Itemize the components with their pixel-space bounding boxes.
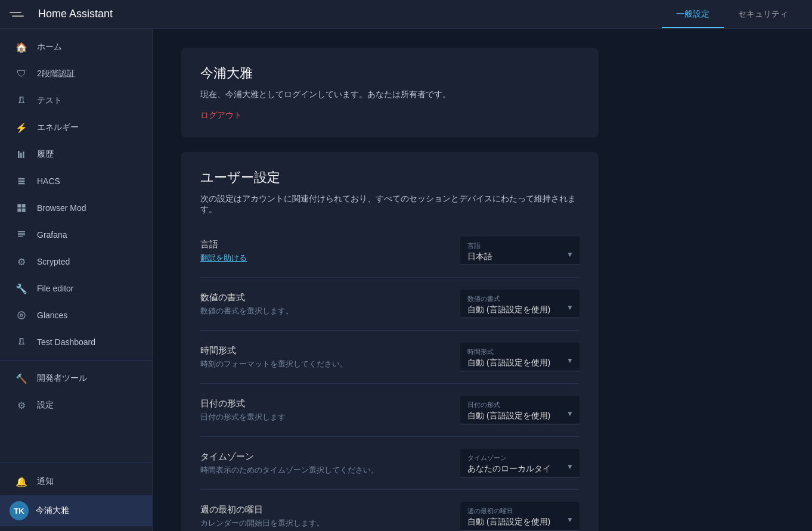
select-value: 自動 (言語設定を使用) [467,305,572,315]
setting-row-first-weekday: 週の最初の曜日 カレンダーの開始日を選択します。 週の最初の曜日 自動 (言語設… [200,490,579,531]
number-format-select[interactable]: 数値の書式 自動 (言語設定を使用) ▼ [460,290,579,318]
energy-icon: ⚡ [14,120,29,135]
browser-mod-icon [14,201,29,215]
chevron-down-icon: ▼ [566,250,574,259]
svg-point-7 [18,312,25,319]
setting-desc-language: 翻訳を助ける [200,253,446,263]
setting-label-first-weekday: 週の最初の曜日 [200,504,446,516]
sidebar-item-home[interactable]: 🏠 ホーム [5,34,147,60]
setting-control-number-format[interactable]: 数値の書式 自動 (言語設定を使用) ▼ [460,290,579,318]
test-icon [14,94,29,108]
sidebar-divider [0,360,152,361]
svg-point-8 [20,314,23,316]
sidebar-item-label: 2段階認証 [37,69,75,79]
setting-info-number-format: 数値の書式 数値の書式を選択します。 [200,292,446,316]
sidebar-item-hacs[interactable]: HACS [5,168,147,194]
logout-button[interactable]: ログアウト [200,110,242,121]
avatar: TK [10,501,29,520]
dev-tools-icon: 🔨 [14,371,29,386]
setting-control-date-format[interactable]: 日付の形式 自動 (言語設定を使用) ▼ [460,396,579,424]
time-format-select[interactable]: 時間形式 自動 (言語設定を使用) ▼ [460,343,579,371]
select-value: 日本語 [467,251,572,262]
setting-label-date-format: 日付の形式 [200,398,446,409]
content-area: 今浦大雅 現在、今浦大雅としてログインしています。あなたは所有者です。 ログアウ… [153,29,812,531]
sidebar-item-label: 設定 [37,400,54,411]
history-icon [14,147,29,162]
sidebar-item-label: ホーム [37,42,62,52]
file-editor-icon: 🔧 [14,281,29,296]
sidebar-item-energy[interactable]: ⚡ エネルギー [5,114,147,141]
settings-card-title: ユーザー設定 [200,169,579,187]
sidebar-item-grafana[interactable]: Grafana [5,222,147,248]
setting-desc-date-format: 日付の形式を選択します [200,412,446,423]
user-card-description: 現在、今浦大雅としてログインしています。あなたは所有者です。 [200,89,579,100]
first-weekday-select[interactable]: 週の最初の曜日 自動 (言語設定を使用) ▼ [460,502,579,530]
sidebar-item-label: テスト [37,95,62,106]
header-tabs: 一般設定 セキュリティ [662,0,802,28]
chevron-down-icon: ▼ [566,516,574,524]
home-icon: 🏠 [14,40,29,54]
main-layout: 🏠 ホーム 🛡 2段階認証 テスト ⚡ エネルギー 履歴 [0,29,812,531]
setting-control-timezone[interactable]: タイムゾーン あなたのローカルタイ ▼ [460,449,579,477]
settings-card-description: 次の設定はアカウントに関連付けられており、すべてのセッションとデバイスにわたって… [200,194,579,215]
sidebar-item-settings[interactable]: ⚙ 設定 [5,392,147,418]
sidebar-item-test-dashboard[interactable]: Test Dashboard [5,329,147,355]
setting-control-time-format[interactable]: 時間形式 自動 (言語設定を使用) ▼ [460,343,579,371]
sidebar-item-label: Grafana [37,230,67,240]
setting-label-timezone: タイムゾーン [200,451,446,462]
sidebar-item-file-editor[interactable]: 🔧 File editor [5,275,147,302]
language-select[interactable]: 言語 日本語 ▼ [460,237,579,265]
svg-rect-4 [22,204,26,207]
chevron-down-icon: ▼ [566,303,574,312]
translation-help-link[interactable]: 翻訳を助ける [200,253,247,262]
svg-rect-2 [23,151,24,158]
sidebar-user[interactable]: TK 今浦大雅 [0,495,152,526]
setting-row-number-format: 数値の書式 数値の書式を選択します。 数値の書式 自動 (言語設定を使用) ▼ [200,278,579,331]
sidebar-bottom: 🔔 通知 TK 今浦大雅 [0,462,152,531]
setting-control-first-weekday[interactable]: 週の最初の曜日 自動 (言語設定を使用) ▼ [460,502,579,530]
sidebar-item-dev-tools[interactable]: 🔨 開発者ツール [5,365,147,392]
sidebar-item-notifications[interactable]: 🔔 通知 [5,468,147,495]
sidebar-item-2fa[interactable]: 🛡 2段階認証 [5,61,147,87]
select-label: 数値の書式 [467,294,572,303]
select-value: 自動 (言語設定を使用) [467,358,572,368]
sidebar-item-scrypted[interactable]: ⚙ Scrypted [5,249,147,275]
sidebar-item-browser-mod[interactable]: Browser Mod [5,195,147,221]
tab-general[interactable]: 一般設定 [662,9,724,28]
setting-desc-first-weekday: カレンダーの開始日を選択します。 [200,518,446,529]
glances-icon [14,308,29,322]
sidebar-item-label: Scrypted [37,257,70,266]
setting-control-language[interactable]: 言語 日本語 ▼ [460,237,579,265]
svg-rect-0 [18,151,20,158]
sidebar-item-label: File editor [37,284,73,293]
sidebar-item-history[interactable]: 履歴 [5,141,147,167]
user-name: 今浦大雅 [36,505,69,516]
setting-row-date-format: 日付の形式 日付の形式を選択します 日付の形式 自動 (言語設定を使用) ▼ [200,384,579,437]
setting-desc-time-format: 時刻のフォーマットを選択してください。 [200,359,446,369]
scrypted-icon: ⚙ [14,254,29,269]
svg-rect-1 [20,153,22,158]
chevron-down-icon: ▼ [566,356,574,365]
svg-rect-6 [22,209,26,212]
sidebar-item-label: Glances [37,310,67,320]
setting-label-time-format: 時間形式 [200,345,446,356]
tab-security[interactable]: セキュリティ [724,9,802,28]
sidebar-item-test[interactable]: テスト [5,88,147,114]
test-dashboard-icon [14,335,29,349]
sidebar: 🏠 ホーム 🛡 2段階認証 テスト ⚡ エネルギー 履歴 [0,29,153,531]
setting-row-language: 言語 翻訳を助ける 言語 日本語 ▼ [200,225,579,278]
svg-rect-5 [17,209,21,212]
date-format-select[interactable]: 日付の形式 自動 (言語設定を使用) ▼ [460,396,579,424]
select-label: 時間形式 [467,347,572,356]
setting-row-timezone: タイムゾーン 時間表示のためのタイムゾーン選択してください。 タイムゾーン あな… [200,437,579,490]
sidebar-item-glances[interactable]: Glances [5,302,147,328]
setting-desc-timezone: 時間表示のためのタイムゾーン選択してください。 [200,465,446,476]
sidebar-item-label: HACS [37,176,60,186]
sidebar-item-label: Browser Mod [37,203,86,213]
timezone-select[interactable]: タイムゾーン あなたのローカルタイ ▼ [460,449,579,477]
svg-rect-3 [17,204,21,207]
sidebar-item-label: 通知 [37,476,54,487]
setting-row-time-format: 時間形式 時刻のフォーマットを選択してください。 時間形式 自動 (言語設定を使… [200,331,579,384]
menu-icon[interactable] [10,5,29,24]
setting-info-date-format: 日付の形式 日付の形式を選択します [200,398,446,423]
